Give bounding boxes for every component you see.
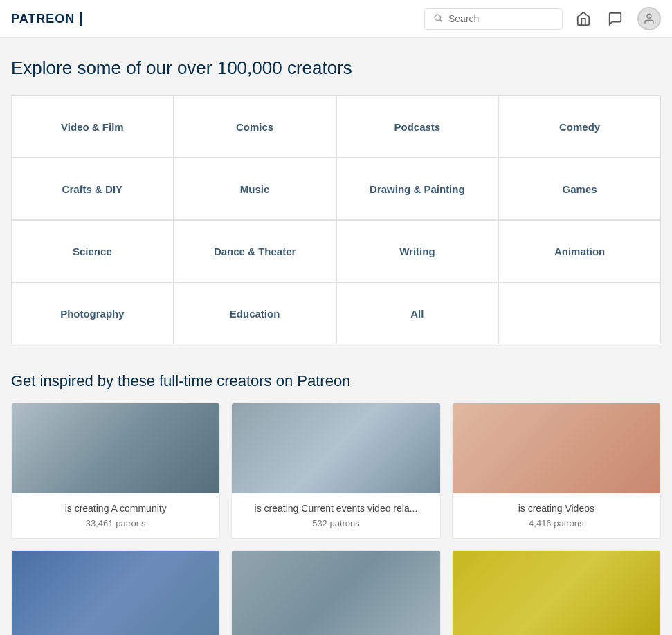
category-label-all: All bbox=[410, 308, 424, 320]
search-input[interactable] bbox=[448, 13, 532, 24]
category-label-comedy: Comedy bbox=[559, 121, 600, 133]
category-cell-all[interactable]: All bbox=[337, 283, 498, 344]
search-bar[interactable] bbox=[424, 8, 563, 30]
creator-description-creator-3: is creating Videos bbox=[461, 503, 652, 514]
creator-card-creator-6[interactable] bbox=[452, 550, 661, 635]
category-label-comics: Comics bbox=[236, 121, 273, 133]
category-label-science: Science bbox=[73, 246, 112, 257]
avatar[interactable] bbox=[637, 7, 661, 30]
category-cell-writing[interactable]: Writing bbox=[337, 221, 498, 282]
category-cell-science[interactable]: Science bbox=[12, 221, 173, 282]
main-content: Explore some of our over 100,000 creator… bbox=[0, 38, 672, 635]
category-cell-crafts-diy[interactable]: Crafts & DIY bbox=[12, 158, 173, 219]
category-cell-games[interactable]: Games bbox=[499, 158, 660, 219]
svg-point-0 bbox=[435, 15, 440, 20]
creator-thumbnail-creator-1 bbox=[12, 403, 219, 493]
category-label-games: Games bbox=[563, 183, 597, 195]
category-cell-comedy[interactable]: Comedy bbox=[499, 96, 660, 157]
creator-card-creator-5[interactable] bbox=[231, 550, 440, 635]
header: PATREON bbox=[0, 0, 672, 38]
category-label-music: Music bbox=[240, 183, 270, 195]
category-cell-education[interactable]: Education bbox=[174, 283, 336, 344]
creator-thumbnail-creator-4 bbox=[12, 551, 219, 635]
category-cell-music[interactable]: Music bbox=[174, 158, 336, 219]
creator-description-creator-2: is creating Current events video rela... bbox=[240, 503, 431, 514]
creator-description-creator-1: is creating A community bbox=[20, 503, 211, 514]
category-label-drawing-painting: Drawing & Painting bbox=[370, 183, 465, 195]
category-label-crafts-diy: Crafts & DIY bbox=[62, 183, 123, 195]
creators-grid: is creating A community33,461 patronsis … bbox=[11, 403, 661, 635]
category-cell-animation[interactable]: Animation bbox=[499, 221, 660, 282]
home-icon[interactable] bbox=[574, 9, 593, 28]
creator-patrons-creator-3: 4,416 patrons bbox=[461, 518, 652, 528]
creator-card-creator-4[interactable] bbox=[11, 550, 220, 635]
messages-icon[interactable] bbox=[606, 9, 625, 28]
category-cell-dance-theater[interactable]: Dance & Theater bbox=[174, 221, 336, 282]
category-cell-empty bbox=[499, 283, 660, 344]
creator-patrons-creator-2: 532 patrons bbox=[240, 518, 431, 528]
svg-point-2 bbox=[647, 14, 651, 18]
category-label-animation: Animation bbox=[554, 246, 605, 257]
category-label-education: Education bbox=[230, 308, 280, 320]
category-grid: Video & FilmComicsPodcastsComedyCrafts &… bbox=[11, 95, 661, 344]
category-label-photography: Photography bbox=[60, 308, 125, 320]
category-label-video-film: Video & Film bbox=[61, 121, 124, 133]
header-icons bbox=[574, 7, 661, 30]
creator-card-creator-1[interactable]: is creating A community33,461 patrons bbox=[11, 403, 220, 539]
category-cell-podcasts[interactable]: Podcasts bbox=[337, 96, 498, 157]
creator-patrons-creator-1: 33,461 patrons bbox=[20, 518, 211, 528]
category-cell-video-film[interactable]: Video & Film bbox=[12, 96, 173, 157]
inspire-title: Get inspired by these full-time creators… bbox=[11, 372, 661, 390]
category-label-writing: Writing bbox=[399, 246, 435, 257]
svg-line-1 bbox=[440, 19, 442, 21]
category-cell-photography[interactable]: Photography bbox=[12, 283, 173, 344]
explore-title: Explore some of our over 100,000 creator… bbox=[11, 57, 661, 79]
creator-thumbnail-creator-2 bbox=[232, 403, 439, 493]
search-icon bbox=[433, 13, 443, 25]
category-label-dance-theater: Dance & Theater bbox=[214, 246, 296, 257]
category-cell-comics[interactable]: Comics bbox=[174, 96, 336, 157]
creator-card-creator-2[interactable]: is creating Current events video rela...… bbox=[231, 403, 440, 539]
category-label-podcasts: Podcasts bbox=[394, 121, 441, 133]
patreon-logo: PATREON bbox=[11, 12, 82, 26]
creator-card-creator-3[interactable]: is creating Videos4,416 patrons bbox=[452, 403, 661, 539]
creator-thumbnail-creator-3 bbox=[453, 403, 660, 493]
creator-thumbnail-creator-6 bbox=[453, 551, 660, 635]
creator-thumbnail-creator-5 bbox=[232, 551, 439, 635]
category-cell-drawing-painting[interactable]: Drawing & Painting bbox=[337, 158, 498, 219]
